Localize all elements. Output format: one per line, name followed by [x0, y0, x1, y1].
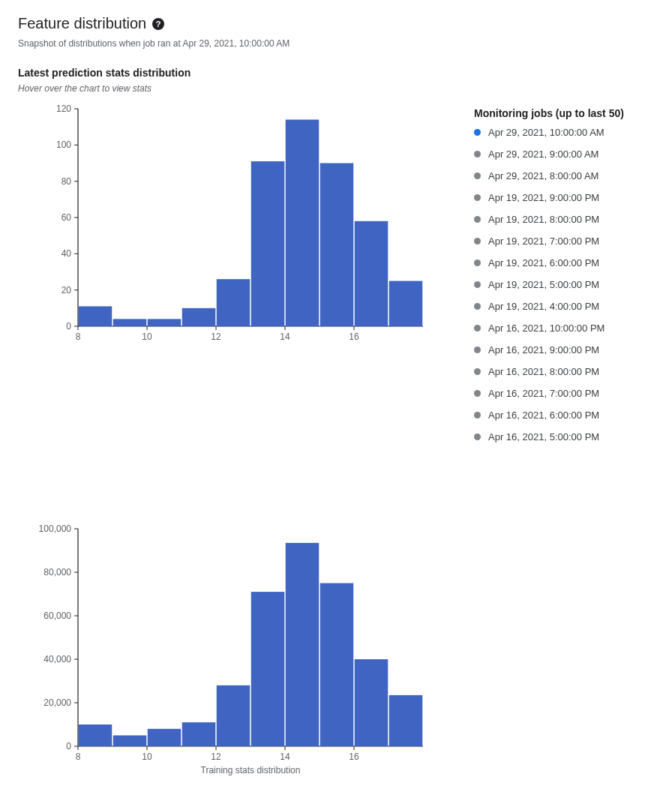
chart-bar	[286, 120, 320, 327]
svg-text:40: 40	[62, 248, 72, 259]
svg-text:40,000: 40,000	[44, 654, 71, 664]
chart-bar	[355, 659, 388, 746]
chart-bar	[217, 686, 250, 746]
chart-bar	[389, 281, 423, 326]
chart-bar	[113, 736, 147, 747]
legend-dot-icon	[474, 434, 481, 440]
monitoring-job-label: Apr 16, 2021, 5:00:00 PM	[488, 431, 599, 442]
monitoring-job-item[interactable]: Apr 19, 2021, 5:00:00 PM	[474, 279, 654, 290]
chart-bar	[79, 306, 112, 326]
monitoring-job-item[interactable]: Apr 19, 2021, 8:00:00 PM	[474, 214, 654, 225]
legend-dot-icon	[474, 151, 481, 158]
monitoring-job-item[interactable]: Apr 16, 2021, 7:00:00 PM	[474, 388, 654, 399]
svg-text:0: 0	[66, 741, 71, 752]
svg-text:12: 12	[211, 332, 221, 342]
chart-bar	[79, 724, 112, 746]
svg-text:80: 80	[62, 176, 72, 187]
legend-dot-icon	[474, 303, 481, 310]
monitoring-job-label: Apr 16, 2021, 7:00:00 PM	[488, 388, 599, 399]
svg-text:16: 16	[349, 752, 359, 762]
monitoring-job-item[interactable]: Apr 16, 2021, 5:00:00 PM	[474, 431, 654, 442]
chart-bar	[251, 161, 285, 326]
svg-text:14: 14	[280, 332, 290, 342]
monitoring-job-item[interactable]: Apr 19, 2021, 4:00:00 PM	[474, 301, 654, 312]
monitoring-job-label: Apr 16, 2021, 10:00:00 PM	[488, 322, 604, 334]
monitoring-job-item[interactable]: Apr 19, 2021, 9:00:00 PM	[474, 192, 654, 203]
svg-text:10: 10	[142, 332, 152, 342]
svg-text:14: 14	[280, 752, 290, 762]
svg-text:8: 8	[76, 332, 81, 342]
monitoring-job-label: Apr 16, 2021, 6:00:00 PM	[488, 410, 599, 421]
monitoring-job-label: Apr 29, 2021, 9:00:00 AM	[488, 148, 598, 160]
monitoring-job-item[interactable]: Apr 29, 2021, 8:00:00 AM	[474, 170, 654, 182]
training-stats-chart[interactable]: 020,00040,00060,00080,000100,00081012141…	[18, 521, 438, 776]
monitoring-job-label: Apr 19, 2021, 8:00:00 PM	[488, 214, 599, 225]
svg-text:60,000: 60,000	[44, 610, 71, 621]
svg-text:10: 10	[142, 752, 152, 762]
legend-dot-icon	[474, 325, 481, 332]
monitoring-job-item[interactable]: Apr 16, 2021, 6:00:00 PM	[474, 410, 654, 421]
chart-bar	[182, 308, 216, 326]
page-title: Feature distribution	[18, 15, 146, 32]
legend-dot-icon	[474, 216, 481, 223]
chart-bar	[148, 319, 182, 326]
chart-bar	[389, 695, 423, 746]
chart-bar	[286, 543, 320, 746]
monitoring-job-item[interactable]: Apr 16, 2021, 8:00:00 PM	[474, 366, 654, 377]
svg-text:20,000: 20,000	[44, 698, 71, 708]
svg-text:Training stats distribution: Training stats distribution	[201, 765, 301, 776]
legend-dot-icon	[474, 260, 481, 266]
chart-bar	[320, 584, 354, 747]
legend-dot-icon	[474, 412, 481, 418]
snapshot-subtitle: Snapshot of distributions when job ran a…	[18, 38, 654, 49]
monitoring-job-label: Apr 19, 2021, 5:00:00 PM	[488, 279, 599, 290]
monitoring-job-label: Apr 16, 2021, 8:00:00 PM	[488, 366, 599, 377]
monitoring-jobs-legend: Monitoring jobs (up to last 50) Apr 29, …	[474, 101, 654, 442]
chart-bar	[148, 729, 182, 746]
monitoring-job-label: Apr 19, 2021, 9:00:00 PM	[488, 192, 599, 203]
svg-text:120: 120	[56, 104, 71, 114]
chart-bar	[251, 592, 285, 746]
legend-dot-icon	[474, 129, 481, 136]
chart-bar	[217, 279, 250, 326]
monitoring-job-item[interactable]: Apr 19, 2021, 7:00:00 PM	[474, 236, 654, 247]
monitoring-job-label: Apr 29, 2021, 10:00:00 AM	[488, 127, 604, 138]
monitoring-job-item[interactable]: Apr 29, 2021, 10:00:00 AM	[474, 127, 654, 138]
svg-text:12: 12	[211, 752, 221, 762]
legend-dot-icon	[474, 281, 481, 288]
svg-text:80,000: 80,000	[44, 567, 71, 578]
chart-bar	[320, 164, 354, 327]
monitoring-job-label: Apr 29, 2021, 8:00:00 AM	[488, 170, 598, 182]
hover-hint: Hover over the chart to view stats	[18, 83, 654, 94]
chart-bar	[182, 722, 216, 746]
legend-dot-icon	[474, 172, 481, 179]
legend-dot-icon	[474, 368, 481, 375]
legend-dot-icon	[474, 238, 481, 244]
legend-dot-icon	[474, 390, 481, 397]
monitoring-job-item[interactable]: Apr 16, 2021, 10:00:00 PM	[474, 322, 654, 334]
svg-text:20: 20	[62, 285, 72, 296]
monitoring-job-item[interactable]: Apr 29, 2021, 9:00:00 AM	[474, 148, 654, 160]
monitoring-job-label: Apr 19, 2021, 6:00:00 PM	[488, 257, 599, 268]
prediction-stats-chart[interactable]: 020406080100120810121416	[18, 101, 438, 356]
legend-dot-icon	[474, 346, 481, 353]
section-title: Latest prediction stats distribution	[18, 67, 654, 79]
monitoring-job-label: Apr 19, 2021, 7:00:00 PM	[488, 236, 599, 247]
monitoring-job-item[interactable]: Apr 19, 2021, 6:00:00 PM	[474, 257, 654, 268]
svg-text:16: 16	[349, 332, 359, 342]
svg-text:0: 0	[66, 321, 71, 332]
legend-title: Monitoring jobs (up to last 50)	[474, 107, 654, 119]
svg-text:100: 100	[56, 140, 71, 150]
monitoring-job-label: Apr 19, 2021, 4:00:00 PM	[488, 301, 599, 312]
chart-bar	[355, 221, 388, 326]
help-icon[interactable]: ?	[152, 18, 164, 30]
svg-text:60: 60	[62, 212, 72, 223]
svg-text:100,000: 100,000	[39, 524, 72, 534]
svg-text:8: 8	[76, 752, 81, 762]
monitoring-job-label: Apr 16, 2021, 9:00:00 PM	[488, 344, 599, 356]
legend-dot-icon	[474, 194, 481, 201]
monitoring-job-item[interactable]: Apr 16, 2021, 9:00:00 PM	[474, 344, 654, 356]
chart-bar	[113, 319, 147, 326]
